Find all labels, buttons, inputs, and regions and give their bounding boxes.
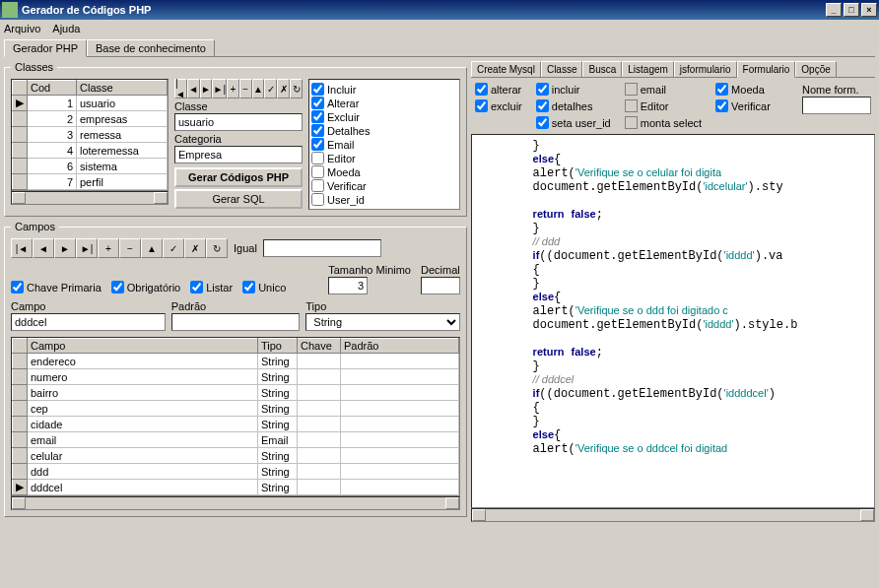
tab-busca[interactable]: Busca xyxy=(582,61,622,77)
check-unico[interactable] xyxy=(242,281,255,294)
nav-next-icon[interactable]: ► xyxy=(54,238,76,258)
categoria-input[interactable] xyxy=(174,146,303,163)
decimal-input[interactable] xyxy=(421,277,460,294)
nav-delete-icon[interactable]: − xyxy=(119,238,141,258)
nav-add-icon[interactable]: + xyxy=(98,238,119,258)
nav-refresh-icon[interactable]: ↻ xyxy=(206,238,228,258)
check-monta-select[interactable] xyxy=(625,116,638,129)
igual-label: Igual xyxy=(234,242,257,254)
check-alterar[interactable] xyxy=(311,97,324,109)
nav-edit-icon[interactable]: ▲ xyxy=(252,79,265,98)
check-incluir[interactable] xyxy=(536,83,549,96)
classe-input[interactable] xyxy=(174,113,303,131)
gerar-sql-button[interactable]: Gerar SQL xyxy=(174,189,303,209)
nome-form-input[interactable] xyxy=(802,97,871,114)
tab-formulario[interactable]: Formulario xyxy=(737,61,796,78)
check-alterar[interactable] xyxy=(475,83,488,96)
tab-gerador-php[interactable]: Gerador PHP xyxy=(4,39,87,57)
check-editor[interactable] xyxy=(625,99,638,112)
check-verificar[interactable] xyxy=(311,179,324,192)
row-indicator: ▶ xyxy=(13,96,28,111)
campos-group: Campos |◄ ◄ ► ►| + − ▲ ✓ ✗ ↻ Igual C xyxy=(4,221,467,517)
check-verificar[interactable] xyxy=(715,99,728,112)
campos-scrollbar[interactable] xyxy=(11,496,460,510)
nav-cancel-icon[interactable]: ✗ xyxy=(184,238,206,258)
col-classe[interactable]: Classe xyxy=(77,81,168,96)
check-incluir[interactable] xyxy=(311,83,324,96)
nav-refresh-icon[interactable]: ↻ xyxy=(290,79,303,98)
nav-cancel-icon[interactable]: ✗ xyxy=(277,79,290,98)
igual-input[interactable] xyxy=(263,239,381,257)
nav-first-icon[interactable]: |◄ xyxy=(174,79,187,98)
check-editor[interactable] xyxy=(311,152,324,164)
tab-opcoes[interactable]: Opçõe xyxy=(795,61,836,77)
check-detalhes[interactable] xyxy=(536,99,549,112)
gerar-codigos-button[interactable]: Gerar Códigos PHP xyxy=(174,167,303,187)
close-button[interactable]: × xyxy=(861,3,877,17)
nav-prev-icon[interactable]: ◄ xyxy=(33,238,54,258)
tamanho-input[interactable] xyxy=(328,277,368,294)
check-moeda[interactable] xyxy=(715,83,728,96)
tab-classe[interactable]: Classe xyxy=(541,61,583,77)
campos-legend: Campos xyxy=(11,221,59,232)
nav-last-icon[interactable]: ►| xyxy=(212,79,227,98)
check-email[interactable] xyxy=(625,83,638,96)
formulario-options: alterar incluir email Moeda excluir deta… xyxy=(471,78,875,134)
code-viewer[interactable]: } else{ alert('Verifique se o celular fo… xyxy=(471,134,875,508)
categoria-label: Categoria xyxy=(174,133,303,145)
menubar: Arquivo Ajuda xyxy=(0,20,879,37)
check-seta-user-id[interactable] xyxy=(536,116,549,129)
campo-input[interactable] xyxy=(11,313,166,331)
titlebar: Gerador de Códigos PHP _ □ × xyxy=(0,0,879,20)
check-chave-primaria[interactable] xyxy=(11,281,24,294)
check-user-id[interactable] xyxy=(311,193,324,206)
tab-listagem[interactable]: Listagem xyxy=(622,61,674,77)
tab-base-conhecimento[interactable]: Base de conhecimento xyxy=(87,39,215,56)
check-moeda[interactable] xyxy=(311,165,324,178)
tipo-select[interactable]: String xyxy=(305,313,460,331)
minimize-button[interactable]: _ xyxy=(826,3,842,17)
main-tabs: Gerador PHP Base de conhecimento xyxy=(4,39,875,57)
check-email[interactable] xyxy=(311,138,324,151)
menu-ajuda[interactable]: Ajuda xyxy=(52,23,80,34)
app-icon xyxy=(2,2,18,18)
check-detalhes[interactable] xyxy=(311,124,324,137)
nav-prev-icon[interactable]: ◄ xyxy=(187,79,200,98)
nav-post-icon[interactable]: ✓ xyxy=(264,79,277,98)
padrao-input[interactable] xyxy=(171,313,301,331)
maximize-button[interactable]: □ xyxy=(844,3,859,17)
nav-last-icon[interactable]: ►| xyxy=(76,238,98,258)
nav-next-icon[interactable]: ► xyxy=(200,79,213,98)
code-scrollbar[interactable] xyxy=(471,508,875,522)
nav-add-icon[interactable]: + xyxy=(227,79,239,98)
menu-arquivo[interactable]: Arquivo xyxy=(4,23,40,34)
classes-group: Classes CodClasse ▶1usuario 2empresas 3r… xyxy=(4,61,467,217)
nav-post-icon[interactable]: ✓ xyxy=(163,238,184,258)
nav-delete-icon[interactable]: − xyxy=(239,79,252,98)
tab-create-mysql[interactable]: Create Mysql xyxy=(471,61,541,77)
right-tabs: Create Mysql Classe Busca Listagem jsfor… xyxy=(471,61,875,78)
col-cod[interactable]: Cod xyxy=(28,81,77,96)
classe-label: Classe xyxy=(174,100,303,112)
check-listar[interactable] xyxy=(190,281,203,294)
classes-grid[interactable]: CodClasse ▶1usuario 2empresas 3remessa 4… xyxy=(11,79,169,191)
check-excluir[interactable] xyxy=(311,110,324,123)
check-excluir[interactable] xyxy=(475,99,488,112)
check-obrigatorio[interactable] xyxy=(111,281,124,294)
campos-grid[interactable]: CampoTipoChavePadrão enderecoString nume… xyxy=(11,337,460,496)
tab-jsformulario[interactable]: jsformulario xyxy=(674,61,737,77)
campos-navigator: |◄ ◄ ► ►| + − ▲ ✓ ✗ ↻ xyxy=(11,238,228,258)
classes-scrollbar[interactable] xyxy=(11,191,169,205)
nav-first-icon[interactable]: |◄ xyxy=(11,238,33,258)
window-title: Gerador de Códigos PHP xyxy=(22,4,151,16)
classes-legend: Classes xyxy=(11,61,57,73)
classes-navigator: |◄ ◄ ► ►| + − ▲ ✓ ✗ ↻ xyxy=(174,79,303,98)
nav-edit-icon[interactable]: ▲ xyxy=(141,238,163,258)
